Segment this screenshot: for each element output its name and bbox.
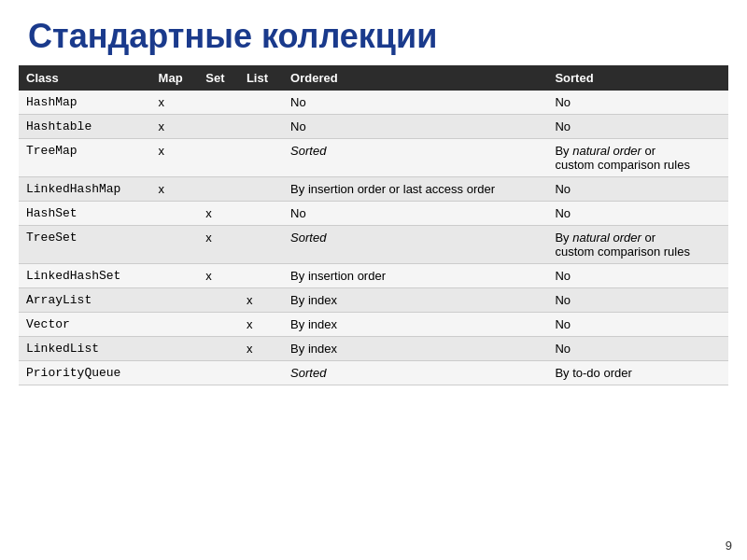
cell-class: LinkedHashSet: [19, 264, 151, 288]
table-row: HashSetxNoNo: [19, 202, 728, 226]
cell-map: x: [151, 91, 199, 115]
cell-list: x: [239, 313, 283, 337]
cell-sorted: By natural order orcustom comparison rul…: [547, 139, 728, 177]
cell-set: [198, 288, 239, 313]
cell-sorted: No: [547, 313, 728, 337]
collections-table: Class Map Set List Ordered Sorted HashMa…: [19, 65, 728, 385]
cell-set: [198, 115, 239, 139]
cell-sorted: No: [547, 288, 728, 313]
table-row: LinkedListxBy indexNo: [19, 337, 728, 361]
cell-class: LinkedHashMap: [19, 177, 151, 202]
col-sorted: Sorted: [547, 65, 728, 91]
cell-sorted: No: [547, 115, 728, 139]
cell-list: [239, 264, 283, 288]
cell-sorted: By natural order orcustom comparison rul…: [547, 226, 728, 264]
cell-ordered: By index: [283, 313, 547, 337]
cell-list: [239, 115, 283, 139]
cell-sorted: No: [547, 91, 728, 115]
cell-list: x: [239, 288, 283, 313]
cell-map: x: [151, 139, 199, 177]
cell-class: TreeMap: [19, 139, 151, 177]
page-number: 9: [726, 539, 732, 553]
cell-set: [198, 337, 239, 361]
cell-sorted: No: [547, 264, 728, 288]
cell-ordered: Sorted: [283, 139, 547, 177]
table-row: TreeMapxSortedBy natural order orcustom …: [19, 139, 728, 177]
cell-map: [151, 288, 199, 313]
cell-sorted: No: [547, 177, 728, 202]
cell-ordered: By index: [283, 288, 547, 313]
table-row: TreeSetxSortedBy natural order orcustom …: [19, 226, 728, 264]
cell-sorted: By to-do order: [547, 361, 728, 385]
cell-map: [151, 226, 199, 264]
col-ordered: Ordered: [283, 65, 547, 91]
col-set: Set: [198, 65, 239, 91]
cell-class: HashMap: [19, 91, 151, 115]
table-row: ArrayListxBy indexNo: [19, 288, 728, 313]
cell-set: x: [198, 264, 239, 288]
cell-class: HashSet: [19, 202, 151, 226]
cell-set: [198, 177, 239, 202]
cell-class: TreeSet: [19, 226, 151, 264]
cell-set: x: [198, 226, 239, 264]
cell-list: [239, 202, 283, 226]
table-row: VectorxBy indexNo: [19, 313, 728, 337]
col-list: List: [239, 65, 283, 91]
cell-list: [239, 226, 283, 264]
cell-ordered: Sorted: [283, 226, 547, 264]
cell-ordered: By index: [283, 337, 547, 361]
cell-ordered: No: [283, 115, 547, 139]
table-container: Class Map Set List Ordered Sorted HashMa…: [0, 65, 747, 385]
page-title: Стандартные коллекции: [0, 0, 747, 65]
cell-sorted: No: [547, 337, 728, 361]
cell-set: [198, 313, 239, 337]
cell-map: [151, 337, 199, 361]
cell-list: [239, 177, 283, 202]
cell-class: LinkedList: [19, 337, 151, 361]
cell-ordered: By insertion order: [283, 264, 547, 288]
col-class: Class: [19, 65, 151, 91]
cell-class: ArrayList: [19, 288, 151, 313]
cell-class: PriorityQueue: [19, 361, 151, 385]
cell-map: x: [151, 177, 199, 202]
table-row: LinkedHashMapxBy insertion order or last…: [19, 177, 728, 202]
cell-list: [239, 139, 283, 177]
table-row: HashMapxNoNo: [19, 91, 728, 115]
cell-list: [239, 361, 283, 385]
cell-class: Vector: [19, 313, 151, 337]
cell-set: [198, 361, 239, 385]
cell-ordered: No: [283, 91, 547, 115]
cell-sorted: No: [547, 202, 728, 226]
cell-list: x: [239, 337, 283, 361]
table-row: PriorityQueueSortedBy to-do order: [19, 361, 728, 385]
table-header-row: Class Map Set List Ordered Sorted: [19, 65, 728, 91]
cell-set: [198, 139, 239, 177]
cell-map: [151, 264, 199, 288]
cell-map: [151, 361, 199, 385]
cell-list: [239, 91, 283, 115]
cell-class: Hashtable: [19, 115, 151, 139]
cell-map: [151, 202, 199, 226]
table-row: HashtablexNoNo: [19, 115, 728, 139]
cell-ordered: By insertion order or last access order: [283, 177, 547, 202]
cell-map: x: [151, 115, 199, 139]
col-map: Map: [151, 65, 199, 91]
table-row: LinkedHashSetxBy insertion orderNo: [19, 264, 728, 288]
cell-set: x: [198, 202, 239, 226]
cell-map: [151, 313, 199, 337]
cell-set: [198, 91, 239, 115]
cell-ordered: Sorted: [283, 361, 547, 385]
cell-ordered: No: [283, 202, 547, 226]
